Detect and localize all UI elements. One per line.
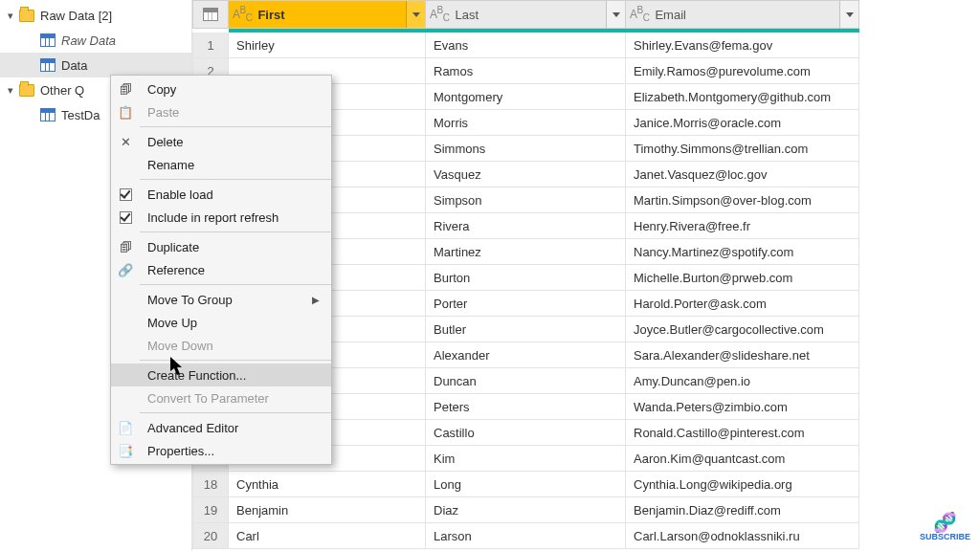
cell-last[interactable]: Diaz	[426, 497, 626, 523]
cell-first[interactable]: Carl	[229, 523, 426, 549]
cell-email[interactable]: Ronald.Castillo@pinterest.com	[626, 420, 859, 446]
column-header-first[interactable]: ABC First	[229, 0, 426, 29]
column-filter-button[interactable]	[406, 1, 425, 28]
ctx-create-function[interactable]: Create Function...	[111, 364, 331, 386]
cell-last[interactable]: Castillo	[426, 420, 626, 446]
cell-email[interactable]: Nancy.Martinez@spotify.com	[626, 239, 859, 265]
type-text-icon: ABC	[430, 5, 449, 23]
separator	[140, 126, 331, 127]
ctx-duplicate[interactable]: 🗐 Duplicate	[111, 235, 331, 258]
cell-email[interactable]: Janet.Vasquez@loc.gov	[626, 162, 859, 187]
separator	[140, 412, 331, 413]
cell-last[interactable]: Montgomery	[426, 84, 626, 110]
tree-item-raw-data[interactable]: Raw Data	[0, 28, 191, 53]
dna-icon: 🧬	[920, 513, 970, 532]
cell-email[interactable]: Sara.Alexander@slideshare.net	[626, 342, 859, 368]
column-header-last[interactable]: ABC Last	[426, 0, 626, 29]
ctx-paste[interactable]: 📋 Paste	[111, 100, 331, 123]
cell-email[interactable]: Wanda.Peters@zimbio.com	[626, 394, 859, 420]
cell-last[interactable]: Larson	[426, 523, 626, 549]
ctx-label: Advanced Editor	[147, 421, 322, 435]
cell-last[interactable]: Kim	[426, 446, 626, 472]
row-number[interactable]: 18	[192, 472, 229, 497]
cell-last[interactable]: Duncan	[426, 368, 626, 394]
cell-email[interactable]: Shirley.Evans@fema.gov	[626, 33, 859, 58]
cell-last[interactable]: Simpson	[426, 187, 626, 213]
cell-first[interactable]: Cynthia	[229, 472, 426, 497]
cell-email[interactable]: Benjamin.Diaz@rediff.com	[626, 497, 859, 523]
tree-item-label: TestDa	[59, 108, 100, 122]
cell-email[interactable]: Timothy.Simmons@trellian.com	[626, 136, 859, 162]
folder-icon	[19, 84, 34, 97]
cell-last[interactable]: Vasquez	[426, 162, 626, 187]
tree-group-raw-data[interactable]: ▾ Raw Data [2]	[0, 3, 191, 28]
ctx-convert-parameter[interactable]: Convert To Parameter	[111, 386, 331, 409]
table-row[interactable]: 18CynthiaLongCynthia.Long@wikipedia.org	[192, 472, 980, 497]
ctx-include-refresh[interactable]: Include in report refresh	[111, 206, 331, 229]
cell-first[interactable]: Shirley	[229, 33, 426, 58]
type-text-icon: ABC	[630, 5, 649, 23]
cell-email[interactable]: Aaron.Kim@quantcast.com	[626, 446, 859, 472]
cell-email[interactable]: Carl.Larson@odnoklassniki.ru	[626, 523, 859, 549]
cell-last[interactable]: Rivera	[426, 213, 626, 239]
cell-email[interactable]: Amy.Duncan@pen.io	[626, 368, 859, 394]
cell-last[interactable]: Ramos	[426, 58, 626, 84]
table-icon	[40, 33, 56, 47]
subscribe-label: SUBSCRIBE	[920, 532, 970, 541]
ctx-label: Duplicate	[147, 240, 322, 254]
ctx-rename[interactable]: Rename	[111, 153, 331, 176]
column-name: Last	[455, 8, 479, 22]
ctx-move-to-group[interactable]: Move To Group ▶	[111, 288, 331, 311]
checkbox-icon	[111, 188, 140, 201]
cell-last[interactable]: Martinez	[426, 239, 626, 265]
cell-last[interactable]: Long	[426, 472, 626, 497]
cell-email[interactable]: Joyce.Butler@cargocollective.com	[626, 317, 859, 342]
ctx-copy[interactable]: 🗐 Copy	[111, 77, 331, 100]
cell-email[interactable]: Emily.Ramos@purevolume.com	[626, 58, 859, 84]
ctx-move-up[interactable]: Move Up	[111, 311, 331, 334]
delete-icon: ✕	[111, 135, 140, 149]
cell-last[interactable]: Evans	[426, 33, 626, 58]
table-row[interactable]: 19BenjaminDiazBenjamin.Diaz@rediff.com	[192, 497, 980, 523]
ctx-delete[interactable]: ✕ Delete	[111, 130, 331, 153]
column-header-row: ABC First ABC Last ABC Email	[192, 0, 980, 29]
ctx-reference[interactable]: 🔗 Reference	[111, 258, 331, 281]
ctx-advanced-editor[interactable]: 📄 Advanced Editor	[111, 416, 331, 439]
cell-last[interactable]: Porter	[426, 291, 626, 317]
ctx-label: Move Down	[147, 339, 322, 353]
row-number[interactable]: 20	[192, 523, 229, 549]
select-all-corner[interactable]	[192, 0, 229, 29]
cell-email[interactable]: Janice.Morris@oracle.com	[626, 110, 859, 136]
ctx-properties[interactable]: 📑 Properties...	[111, 439, 331, 462]
chevron-down-icon	[412, 12, 420, 17]
cell-last[interactable]: Simmons	[426, 136, 626, 162]
tree-item-label: Data	[59, 58, 87, 73]
cell-email[interactable]: Cynthia.Long@wikipedia.org	[626, 472, 859, 497]
separator	[140, 231, 331, 232]
ctx-label: Move To Group	[147, 293, 304, 307]
row-number[interactable]: 1	[192, 33, 229, 58]
ctx-move-down[interactable]: Move Down	[111, 334, 331, 357]
cell-email[interactable]: Martin.Simpson@over-blog.com	[626, 187, 859, 213]
cell-last[interactable]: Burton	[426, 265, 626, 291]
cell-email[interactable]: Elizabeth.Montgomery@github.com	[626, 84, 859, 110]
cell-email[interactable]: Michelle.Burton@prweb.com	[626, 265, 859, 291]
ctx-enable-load[interactable]: Enable load	[111, 183, 331, 206]
caret-down-icon: ▾	[6, 10, 15, 22]
table-row[interactable]: 20CarlLarsonCarl.Larson@odnoklassniki.ru	[192, 523, 980, 549]
column-filter-button[interactable]	[606, 1, 625, 28]
cell-last[interactable]: Alexander	[426, 342, 626, 368]
cell-last[interactable]: Peters	[426, 394, 626, 420]
column-header-email[interactable]: ABC Email	[626, 0, 859, 29]
cell-first[interactable]: Benjamin	[229, 497, 426, 523]
cell-email[interactable]: Henry.Rivera@free.fr	[626, 213, 859, 239]
table-row[interactable]: 1ShirleyEvansShirley.Evans@fema.gov	[192, 33, 980, 58]
cell-last[interactable]: Butler	[426, 317, 626, 342]
column-filter-button[interactable]	[839, 1, 858, 28]
separator	[140, 284, 331, 285]
cell-email[interactable]: Harold.Porter@ask.com	[626, 291, 859, 317]
cell-last[interactable]: Morris	[426, 110, 626, 136]
app-root: ▾ Raw Data [2] Raw Data Data ▾ Other Q T…	[0, 0, 980, 551]
type-text-icon: ABC	[233, 5, 252, 23]
row-number[interactable]: 19	[192, 497, 229, 523]
